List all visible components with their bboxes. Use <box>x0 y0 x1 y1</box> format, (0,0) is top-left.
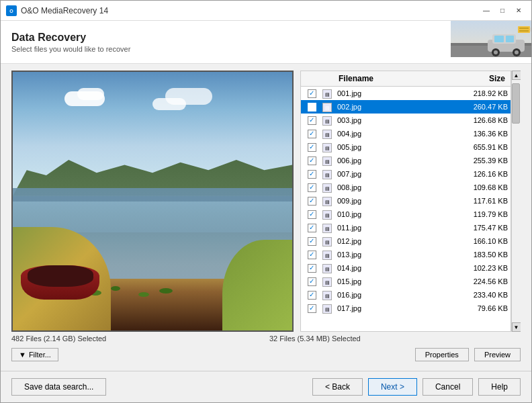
file-size: 655.91 KB <box>450 143 511 151</box>
checkbox-indicator <box>308 183 316 192</box>
file-row[interactable]: ▤013.jpg183.50 KB <box>301 248 511 261</box>
scrollbar[interactable]: ▲ ▼ <box>511 71 521 332</box>
file-name: 004.jpg <box>336 130 450 138</box>
file-row[interactable]: ▤007.jpg126.16 KB <box>301 167 511 181</box>
right-status: 32 Files (5.34 MB) Selected <box>269 334 521 343</box>
file-name: 008.jpg <box>336 183 450 191</box>
cancel-button[interactable]: Cancel <box>423 378 473 396</box>
file-checkbox[interactable] <box>301 237 322 246</box>
file-row[interactable]: ▤011.jpg175.47 KB <box>301 221 511 234</box>
file-name: 007.jpg <box>336 170 450 178</box>
scroll-up-button[interactable]: ▲ <box>512 71 521 80</box>
file-checkbox[interactable] <box>301 251 322 259</box>
file-checkbox[interactable] <box>301 89 322 98</box>
file-size: 126.16 KB <box>450 170 511 178</box>
save-search-button[interactable]: Save data search... <box>11 378 106 396</box>
file-type-icon: ▤ <box>322 290 336 300</box>
file-row[interactable]: ▤002.jpg260.47 KB <box>301 100 511 114</box>
file-size: 102.23 KB <box>450 264 511 272</box>
file-checkbox[interactable] <box>301 183 322 192</box>
file-checkbox[interactable] <box>301 304 322 313</box>
properties-button[interactable]: Properties <box>415 348 469 361</box>
file-row[interactable]: ▤005.jpg655.91 KB <box>301 140 511 154</box>
header-size-col: Size <box>450 74 511 83</box>
file-type-icon: ▤ <box>322 142 336 152</box>
file-row[interactable]: ▤012.jpg166.10 KB <box>301 234 511 248</box>
footer-right: < Back Next > Cancel Help <box>312 378 521 396</box>
file-checkbox[interactable] <box>301 170 322 179</box>
file-type-icon: ▤ <box>322 210 336 220</box>
filter-button[interactable]: ▼ Filter... <box>11 348 58 361</box>
scroll-down-button[interactable]: ▼ <box>512 322 521 332</box>
file-checkbox[interactable] <box>301 264 322 273</box>
file-checkbox[interactable] <box>301 103 322 111</box>
title-bar: O O&O MediaRecovery 14 — □ ✕ <box>1 1 531 21</box>
file-name: 005.jpg <box>336 143 450 151</box>
file-size: 117.61 KB <box>450 197 511 205</box>
preview-panel <box>11 71 294 332</box>
lily2 <box>111 286 120 291</box>
help-button[interactable]: Help <box>478 378 521 396</box>
header-filename-col: Filename <box>336 74 450 83</box>
file-row[interactable]: ▤015.jpg224.56 KB <box>301 275 511 288</box>
clouds-area <box>27 85 278 149</box>
cloud4 <box>165 88 212 105</box>
svg-text:O: O <box>9 9 13 13</box>
file-checkbox[interactable] <box>301 277 322 286</box>
file-type-icon: ▤ <box>322 277 336 287</box>
file-checkbox[interactable] <box>301 156 322 165</box>
file-row[interactable]: ▤008.jpg109.68 KB <box>301 181 511 194</box>
file-row[interactable]: ▤006.jpg255.39 KB <box>301 154 511 167</box>
close-button[interactable]: ✕ <box>511 4 526 17</box>
cloud2 <box>77 88 104 100</box>
file-row[interactable]: ▤016.jpg233.40 KB <box>301 288 511 302</box>
file-checkbox[interactable] <box>301 210 322 219</box>
file-size: 109.68 KB <box>450 183 511 191</box>
page-title: Data Recovery <box>11 32 521 44</box>
file-row[interactable]: ▤010.jpg119.79 KB <box>301 208 511 221</box>
file-checkbox[interactable] <box>301 291 322 300</box>
file-type-icon: ▤ <box>322 129 336 139</box>
action-bar: ▼ Filter... Properties Preview <box>11 345 521 364</box>
file-type-icon: ▤ <box>322 116 336 126</box>
file-size: 126.68 KB <box>450 116 511 124</box>
file-row[interactable]: ▤001.jpg218.92 KB <box>301 87 511 100</box>
header-icon-col <box>322 74 336 83</box>
file-name: 006.jpg <box>336 156 450 165</box>
scroll-thumb[interactable] <box>512 83 520 124</box>
file-checkbox[interactable] <box>301 130 322 138</box>
file-row[interactable]: ▤017.jpg79.66 KB <box>301 302 511 315</box>
minimize-button[interactable]: — <box>479 4 494 17</box>
file-size: 233.40 KB <box>450 291 511 299</box>
maximize-button[interactable]: □ <box>495 4 510 17</box>
window-title: O&O MediaRecovery 14 <box>21 6 479 15</box>
checkbox-indicator <box>308 264 316 273</box>
file-checkbox[interactable] <box>301 224 322 232</box>
header-text: Data Recovery Select files you would lik… <box>11 32 521 53</box>
header-area: Data Recovery Select files you would lik… <box>1 21 531 64</box>
file-name: 017.jpg <box>336 304 450 312</box>
preview-button[interactable]: Preview <box>474 348 521 361</box>
file-name: 003.jpg <box>336 116 450 124</box>
back-button[interactable]: < Back <box>312 378 363 396</box>
checkbox-indicator <box>308 277 316 286</box>
next-button[interactable]: Next > <box>368 378 417 396</box>
file-row[interactable]: ▤003.jpg126.68 KB <box>301 114 511 127</box>
file-name: 002.jpg <box>336 103 450 111</box>
file-checkbox[interactable] <box>301 143 322 152</box>
checkbox-indicator <box>308 89 316 98</box>
file-row[interactable]: ▤009.jpg117.61 KB <box>301 194 511 208</box>
file-name: 016.jpg <box>336 291 450 299</box>
file-row[interactable]: ▤004.jpg136.36 KB <box>301 127 511 140</box>
file-list[interactable]: ▤001.jpg218.92 KB▤002.jpg260.47 KB▤003.j… <box>301 87 511 331</box>
main-content: Filename Size ▤001.jpg218.92 KB▤002.jpg2… <box>1 64 531 371</box>
checkbox-indicator <box>308 170 316 179</box>
scroll-track <box>512 80 521 322</box>
file-checkbox[interactable] <box>301 197 322 206</box>
window-controls: — □ ✕ <box>479 4 526 17</box>
file-checkbox[interactable] <box>301 116 322 125</box>
filter-label: Filter... <box>29 351 51 359</box>
file-panel-wrapper: Filename Size ▤001.jpg218.92 KB▤002.jpg2… <box>300 71 521 332</box>
file-row[interactable]: ▤014.jpg102.23 KB <box>301 261 511 275</box>
checkbox-indicator <box>308 197 316 206</box>
